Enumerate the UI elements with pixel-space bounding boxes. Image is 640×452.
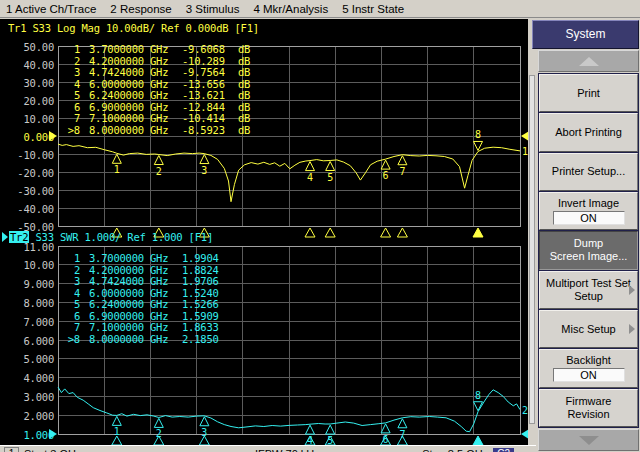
- marker-row: 13.7000000GHz1.9904: [63, 253, 238, 265]
- menu-item-instr-state[interactable]: 5 Instr State: [342, 3, 404, 15]
- softkey-invert-image[interactable]: Invert ImageON: [539, 192, 638, 230]
- marker-number: >8: [63, 125, 80, 137]
- start-frequency-label: Start 3 GHz: [24, 448, 81, 452]
- marker-row: >88.0000000GHz-8.5923dB: [63, 125, 250, 137]
- softkey-label: Firmware: [566, 395, 612, 408]
- softkey-scrollbar[interactable]: [529, 75, 535, 424]
- marker-value: -8.5923: [180, 125, 234, 137]
- trace1-marker-4-tick-icon: [305, 228, 315, 237]
- menu-item-mkr-analysis[interactable]: 4 Mkr/Analysis: [253, 3, 328, 15]
- trace2-ytick: 1.000: [2, 429, 54, 441]
- svg-text:1: 1: [114, 164, 120, 175]
- menu-item-active-ch-trace[interactable]: 1 Active Ch/Trace: [6, 3, 96, 15]
- trace1-ytick: 30.00: [2, 77, 54, 89]
- trace1-ytick: 40.00: [2, 59, 54, 71]
- trace2-marker-3-icon: 3: [200, 417, 209, 438]
- marker-number: 5: [63, 90, 80, 102]
- softkey-label: Dump: [574, 237, 603, 250]
- marker-value: 2.1850: [180, 334, 234, 346]
- marker-value: 1.9706: [180, 276, 234, 288]
- marker-number: 3: [63, 276, 80, 288]
- value-unit: dB: [234, 125, 250, 137]
- marker-row: 13.7000000GHz-9.6068dB: [63, 44, 250, 56]
- softkey-label: Backlight: [566, 354, 611, 367]
- marker-number: 1: [63, 44, 80, 56]
- up-triangle-icon: [579, 57, 599, 66]
- stop-frequency-label: Stop 8.5 GHz: [422, 448, 488, 452]
- svg-text:4: 4: [307, 172, 313, 183]
- trace1-ytick: -20.00: [2, 167, 54, 179]
- marker-frequency: 4.7424000: [80, 67, 144, 79]
- marker-number: 7: [63, 113, 80, 125]
- marker-row: 34.7424000GHz-9.7564dB: [63, 67, 250, 79]
- marker-value: 1.8633: [180, 322, 234, 334]
- trace1-ytick: -30.00: [2, 185, 54, 197]
- marker-frequency: 8.0000000: [80, 125, 144, 137]
- softkey-abort-printing[interactable]: Abort Printing: [539, 113, 638, 151]
- analyzer-screen: 123456781123456782 Tr1 S33 Log Mag 10.00…: [0, 19, 528, 445]
- marker-frequency: 4.7424000: [80, 276, 144, 288]
- trace1-ytick: 10.00: [2, 113, 54, 125]
- marker-frequency: 6.2400000: [80, 90, 144, 102]
- value-unit: [234, 311, 238, 323]
- svg-text:7: 7: [399, 166, 405, 177]
- trace1-marker-table: 13.7000000GHz-9.6068dB24.2000000GHz-10.2…: [63, 44, 250, 136]
- trace2-marker-8-tick-icon: [473, 436, 483, 445]
- value-unit: dB: [234, 67, 250, 79]
- value-unit: dB: [234, 90, 250, 102]
- marker-value: -13.621: [180, 90, 234, 102]
- marker-row: 77.1000000GHz1.8633: [63, 322, 238, 334]
- marker-row: 77.1000000GHz-10.414dB: [63, 113, 250, 125]
- trace1-marker-6-tick-icon: [381, 228, 391, 237]
- trace1-header[interactable]: Tr1 S33 Log Mag 10.00dB/ Ref 0.000dB [F1…: [8, 22, 259, 34]
- softkey-misc-setup[interactable]: Misc Setup: [539, 310, 638, 348]
- softkey-multiport-test-set-setup[interactable]: Multiport Test SetSetup: [539, 271, 638, 309]
- trace2-ytick: 4.000: [2, 372, 54, 384]
- softkey-print[interactable]: Print: [539, 74, 638, 112]
- softkey-label: Screen Image...: [550, 250, 628, 263]
- softkey-scroll-down-button[interactable]: [538, 429, 639, 451]
- marker-row: 34.7424000GHz1.9706: [63, 276, 238, 288]
- trace2-ytick: 2.000: [2, 410, 54, 422]
- menu-item-stimulus[interactable]: 3 Stimulus: [186, 3, 240, 15]
- trace2-ytick: 11.00: [2, 241, 54, 253]
- softkey-menu-title: System: [532, 20, 639, 49]
- frequency-unit: GHz: [144, 67, 180, 79]
- softkey-label: Abort Printing: [555, 126, 622, 139]
- menu-item-response[interactable]: 2 Response: [110, 3, 171, 15]
- status-badge: C2: [493, 448, 514, 452]
- svg-text:8: 8: [475, 129, 481, 140]
- value-unit: [234, 276, 238, 288]
- softkey-label: Multiport Test Set: [546, 277, 631, 290]
- softkey-label: Misc Setup: [561, 323, 615, 336]
- menubar: 1 Active Ch/Trace 2 Response 3 Stimulus …: [0, 0, 640, 18]
- svg-text:2: 2: [156, 428, 162, 439]
- submenu-arrow-icon: [629, 324, 635, 334]
- softkey-backlight[interactable]: BacklightON: [539, 349, 638, 387]
- marker-frequency: 3.7000000: [80, 253, 144, 265]
- softkey-dump-screen-image[interactable]: DumpScreen Image...: [539, 231, 638, 269]
- trace1-ytick: -50.00: [2, 221, 54, 233]
- frequency-unit: GHz: [144, 334, 180, 346]
- trace1-marker-2-icon: 2: [154, 156, 163, 177]
- trace1-ytick: -40.00: [2, 203, 54, 215]
- ifbw-label: IFBW 70 kHz: [255, 448, 320, 452]
- application-window: 1 Active Ch/Trace 2 Response 3 Stimulus …: [0, 0, 640, 452]
- trace1-marker-7-icon: 7: [398, 156, 407, 177]
- softkey-firmware-revision[interactable]: FirmwareRevision: [539, 389, 638, 427]
- trace2-ytick: 8.000: [2, 297, 54, 309]
- svg-text:5: 5: [327, 172, 333, 183]
- frequency-unit: GHz: [144, 44, 180, 56]
- trace1-ytick: 0.000: [2, 131, 54, 143]
- marker-row: >88.0000000GHz2.1850: [63, 334, 238, 346]
- trace2-ytick: 10.00: [2, 259, 54, 271]
- toggle-state: ON: [553, 368, 625, 382]
- trace2-ytick: 7.000: [2, 316, 54, 328]
- softkey-printer-setup[interactable]: Printer Setup...: [539, 153, 638, 191]
- marker-value: 1.5266: [180, 299, 234, 311]
- softkey-label: Setup: [574, 290, 603, 303]
- softkey-scroll-up-button[interactable]: [538, 50, 639, 72]
- marker-value: -9.6068: [180, 44, 234, 56]
- trace2-marker-table: 13.7000000GHz1.990424.2000000GHz1.882434…: [63, 253, 238, 345]
- marker-number: 3: [63, 67, 80, 79]
